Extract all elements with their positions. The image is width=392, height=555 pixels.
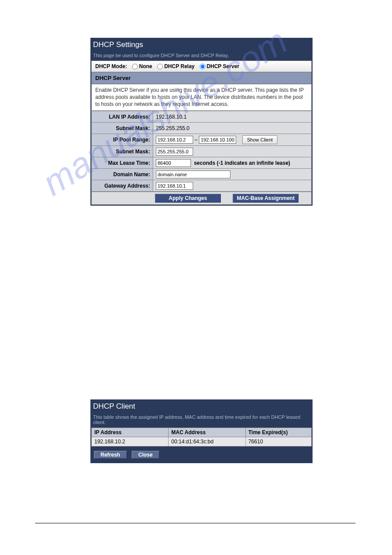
mac-assignment-button[interactable]: MAC-Base Assignment <box>233 194 298 203</box>
pool-label: IP Pool Range: <box>92 134 153 146</box>
cell-ip: 192.168.10.2 <box>92 437 169 446</box>
lease-label: Max Lease Time: <box>92 157 153 169</box>
client-actions: Refresh Close <box>91 446 312 462</box>
mode-label: DHCP Mode: <box>95 63 127 69</box>
subnet1-label: Subnet Mask: <box>92 123 153 134</box>
pool-end-input[interactable] <box>199 136 236 144</box>
radio-server[interactable] <box>200 64 205 69</box>
cell-time: 76610 <box>245 437 311 446</box>
pool-start-input[interactable] <box>156 136 193 144</box>
gateway-label: Gateway Address: <box>92 180 153 192</box>
client-panel-subtitle: This table shows the assigned IP address… <box>91 414 312 428</box>
close-button[interactable]: Close <box>132 451 159 459</box>
gateway-input[interactable] <box>156 182 193 190</box>
dhcp-settings-panel: DHCP Settings This page be used to confi… <box>90 38 313 206</box>
section-head: DHCP Server <box>91 72 312 84</box>
dhcp-client-panel: DHCP Client This table shows the assigne… <box>90 399 313 463</box>
col-mac-header: MAC Address <box>169 428 245 437</box>
settings-table: LAN IP Address: 192.168.10.1 Subnet Mask… <box>91 111 312 192</box>
dhcp-mode-row: DHCP Mode: None DHCP Relay DHCP Server <box>91 61 312 72</box>
lan-ip-label: LAN IP Address: <box>92 111 153 123</box>
radio-relay-label: DHCP Relay <box>164 63 194 69</box>
settings-footer: Apply Changes MAC-Base Assignment <box>91 192 312 205</box>
refresh-button[interactable]: Refresh <box>94 451 127 459</box>
radio-relay[interactable] <box>157 64 163 69</box>
lease-note: seconds (-1 indicates an infinite lease) <box>194 160 290 166</box>
panel-subtitle: This page be used to configure DHCP Serv… <box>91 52 312 61</box>
radio-server-label: DHCP Server <box>207 63 239 69</box>
subnet2-input[interactable] <box>156 148 193 156</box>
client-panel-title: DHCP Client <box>91 400 312 414</box>
panel-title: DHCP Settings <box>91 39 312 52</box>
subnet2-label: Subnet Mask: <box>92 146 153 157</box>
radio-none-label: None <box>139 63 152 69</box>
radio-none[interactable] <box>132 64 138 69</box>
domain-input[interactable] <box>156 170 230 178</box>
subnet1-value: 255.255.255.0 <box>153 123 312 134</box>
col-ip-header: IP Address <box>92 428 169 437</box>
show-client-button[interactable]: Show Client <box>242 135 278 144</box>
cell-mac: 00:14:d1:64:3c:bd <box>169 437 245 446</box>
apply-changes-button[interactable]: Apply Changes <box>155 194 221 203</box>
table-row: 192.168.10.2 00:14:d1:64:3c:bd 76610 <box>92 437 312 446</box>
lan-ip-value: 192.168.10.1 <box>153 111 312 123</box>
page-divider <box>35 523 356 523</box>
section-description: Enable DHCP Server if you are using this… <box>91 84 312 111</box>
domain-label: Domain Name: <box>92 169 153 180</box>
lease-input[interactable] <box>156 159 191 167</box>
client-table: IP Address MAC Address Time Expired(s) 1… <box>91 428 312 446</box>
col-time-header: Time Expired(s) <box>245 428 311 437</box>
pool-dash: – <box>194 137 198 143</box>
